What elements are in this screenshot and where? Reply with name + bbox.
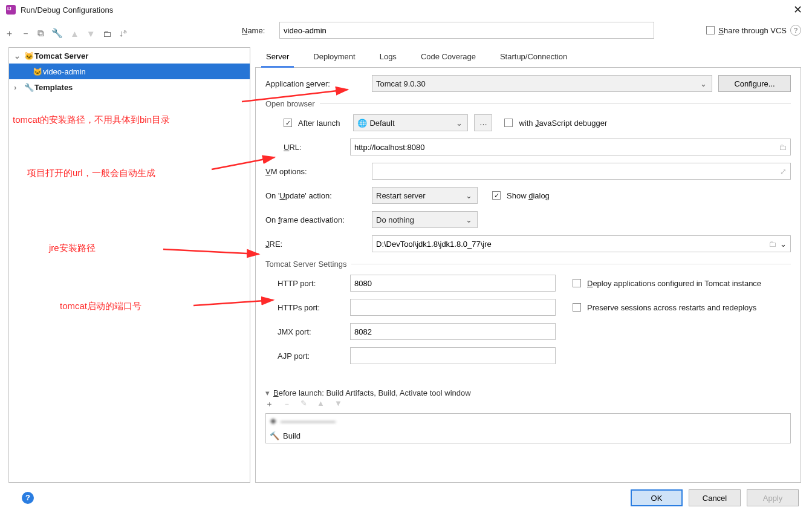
- chevron-down-icon: ⌄: [14, 51, 24, 60]
- tab-startup[interactable]: Startup/Connection: [498, 47, 570, 67]
- add-icon[interactable]: ＋: [265, 399, 273, 410]
- list-item-label: Build: [283, 431, 300, 440]
- tree-label: Tomcat Server: [34, 51, 88, 60]
- jre-input[interactable]: [376, 240, 768, 249]
- up-icon[interactable]: ▲: [70, 28, 79, 39]
- list-item-label: ———————: [281, 417, 336, 426]
- help-icon[interactable]: ?: [22, 492, 34, 504]
- annotation-text: 项目打开的url，一般会自动生成: [27, 168, 155, 179]
- before-launch-label: Before launch: Build Artifacts, Build, A…: [273, 388, 471, 397]
- tab-server[interactable]: Server: [264, 47, 291, 67]
- edit-icon[interactable]: ✎: [300, 399, 307, 410]
- deploy-label: Deploy applications configured in Tomcat…: [587, 279, 761, 288]
- down-icon[interactable]: ▼: [86, 28, 96, 39]
- sort-icon[interactable]: ↓ᵃ: [119, 28, 128, 39]
- ajp-port-label: AJP port:: [278, 351, 344, 361]
- ajp-port-input[interactable]: [354, 351, 551, 361]
- select-value: Default: [369, 119, 394, 128]
- configure-button[interactable]: Configure...: [718, 75, 791, 92]
- list-item[interactable]: ❖ ———————: [266, 414, 790, 428]
- on-update-select[interactable]: Restart server ⌄: [372, 187, 478, 204]
- after-launch-label: After launch: [298, 119, 340, 128]
- select-value: Do nothing: [376, 215, 414, 224]
- jmx-port-input[interactable]: [354, 327, 551, 336]
- name-input[interactable]: [279, 22, 654, 39]
- show-dialog-label: Show dialog: [507, 191, 550, 200]
- chevron-down-icon: ⌄: [456, 119, 463, 128]
- tree-video-admin[interactable]: 🐱 video-admin: [9, 64, 250, 79]
- annotation-text: jre安装路径: [49, 243, 96, 254]
- preserve-checkbox[interactable]: [573, 303, 581, 312]
- chrome-icon: 🌐: [357, 119, 367, 128]
- group-tomcat-settings: Tomcat Server Settings: [265, 260, 791, 269]
- annotation-text: tomcat启动的端口号: [60, 301, 141, 312]
- folder-icon[interactable]: 🗀: [103, 28, 112, 39]
- vm-options-input[interactable]: [376, 167, 780, 176]
- browse-button[interactable]: …: [474, 114, 492, 131]
- ok-button[interactable]: OK: [631, 489, 683, 506]
- tabs: Server Deployment Logs Code Coverage Sta…: [255, 47, 801, 68]
- cancel-button[interactable]: Cancel: [689, 489, 741, 506]
- select-value: Tomcat 9.0.30: [376, 79, 426, 88]
- label-app-server: Application server:: [265, 79, 366, 88]
- https-port-wrap: [350, 299, 556, 316]
- expand-icon[interactable]: ⤢: [780, 167, 787, 176]
- on-update-label: On 'Update' action:: [265, 191, 366, 200]
- tab-deployment[interactable]: Deployment: [311, 47, 357, 67]
- close-icon[interactable]: ✕: [790, 3, 806, 16]
- chevron-down-icon[interactable]: ▾: [265, 388, 270, 397]
- js-debugger-checkbox[interactable]: [504, 119, 513, 127]
- add-icon[interactable]: ＋: [5, 28, 14, 39]
- window-title: Run/Debug Configurations: [21, 5, 790, 15]
- annotation-text: tomcat的安装路径，不用具体到bin目录: [13, 114, 170, 126]
- jmx-port-label: JMX port:: [278, 327, 344, 336]
- apply-button[interactable]: Apply: [747, 489, 799, 506]
- artifact-icon: ❖: [270, 417, 277, 426]
- show-dialog-checkbox[interactable]: ✓: [492, 191, 501, 200]
- tree-templates[interactable]: › 🔧 Templates: [9, 79, 250, 95]
- http-port-label: HTTP port:: [278, 279, 344, 288]
- after-launch-checkbox[interactable]: ✓: [284, 119, 292, 127]
- browser-select[interactable]: 🌐 Default ⌄: [353, 114, 468, 131]
- wrench-icon[interactable]: 🔧: [51, 28, 63, 39]
- http-port-wrap: [350, 275, 556, 292]
- url-label: URL:: [284, 143, 344, 152]
- http-port-input[interactable]: [354, 279, 551, 288]
- jre-label: JRE:: [265, 240, 366, 249]
- before-launch-list[interactable]: ❖ ——————— 🔨 Build: [265, 413, 791, 443]
- tomcat-icon: 🐱: [24, 51, 34, 60]
- tab-logs[interactable]: Logs: [377, 47, 399, 67]
- vm-options-wrap: ⤢: [372, 163, 791, 180]
- chevron-down-icon[interactable]: ⌄: [780, 240, 787, 249]
- chevron-down-icon: ⌄: [700, 79, 707, 88]
- https-port-input[interactable]: [354, 303, 551, 312]
- on-frame-label: On frame deactivation:: [265, 215, 366, 224]
- remove-icon[interactable]: －: [21, 28, 30, 39]
- share-checkbox[interactable]: [706, 26, 715, 34]
- name-label: Name:: [242, 26, 273, 35]
- remove-icon[interactable]: －: [283, 399, 291, 410]
- jmx-port-wrap: [350, 323, 556, 340]
- tab-coverage[interactable]: Code Coverage: [418, 47, 478, 67]
- copy-icon[interactable]: ⧉: [37, 28, 44, 39]
- url-input-wrap: 🗀: [350, 139, 791, 155]
- tree-tomcat-server[interactable]: ⌄ 🐱 Tomcat Server: [9, 48, 250, 64]
- up-icon[interactable]: ▲: [317, 399, 325, 410]
- app-server-select[interactable]: Tomcat 9.0.30 ⌄: [372, 75, 712, 92]
- folder-icon[interactable]: 🗀: [768, 240, 776, 249]
- folder-icon[interactable]: 🗀: [779, 143, 787, 152]
- list-item[interactable]: 🔨 Build: [266, 428, 790, 443]
- deploy-checkbox[interactable]: [573, 279, 581, 287]
- select-value: Restart server: [376, 191, 426, 200]
- tree-label: video-admin: [43, 67, 86, 76]
- hammer-icon: 🔨: [270, 431, 279, 440]
- url-input[interactable]: [354, 143, 776, 152]
- ajp-port-wrap: [350, 347, 556, 364]
- chevron-down-icon: ⌄: [466, 191, 472, 200]
- down-icon[interactable]: ▼: [334, 399, 342, 410]
- tree-label: Templates: [34, 83, 73, 92]
- help-icon[interactable]: ?: [790, 25, 801, 36]
- preserve-label: Preserve sessions across restarts and re…: [587, 303, 756, 312]
- on-frame-select[interactable]: Do nothing ⌄: [372, 211, 478, 228]
- config-tree[interactable]: ⌄ 🐱 Tomcat Server 🐱 video-admin › 🔧 Temp…: [8, 47, 250, 483]
